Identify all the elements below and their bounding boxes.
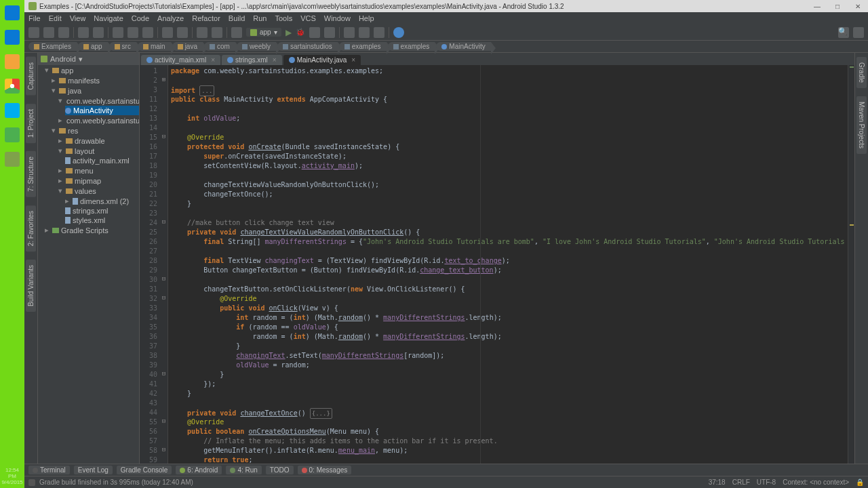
tool-todo[interactable]: TODO	[266, 466, 294, 474]
app-icon[interactable]	[5, 127, 20, 142]
avd-icon[interactable]	[344, 27, 355, 38]
fwd-icon[interactable]	[212, 27, 222, 38]
menu-run[interactable]: Run	[253, 14, 267, 22]
tree-item[interactable]: ▾java	[52, 85, 139, 96]
menu-view[interactable]: View	[70, 14, 86, 22]
crumb[interactable]: java	[172, 42, 203, 51]
help-icon[interactable]	[393, 27, 404, 38]
tree-item[interactable]: activity_main.xml	[65, 156, 139, 165]
maximize-button[interactable]: □	[827, 0, 848, 12]
tree-item[interactable]: ▾res	[52, 125, 139, 136]
crumb[interactable]: examples	[339, 42, 387, 51]
crumb[interactable]: src	[109, 42, 136, 51]
find-icon[interactable]	[162, 27, 173, 38]
close-icon[interactable]: ×	[351, 56, 355, 64]
android-studio-icon[interactable]	[5, 152, 20, 167]
menu-build[interactable]: Build	[229, 14, 245, 22]
ddms-icon[interactable]	[374, 27, 384, 38]
undo-icon[interactable]	[78, 27, 89, 38]
line-number-gutter[interactable]: 1231112131415161718192021222324252627282…	[140, 65, 160, 464]
task-icon[interactable]	[5, 30, 20, 45]
crumb[interactable]: MainActivity	[436, 42, 490, 51]
replace-icon[interactable]	[177, 27, 188, 38]
title-bar[interactable]: Examples - [C:\AndroidStudioProjects\Tut…	[24, 0, 868, 12]
tree-item[interactable]: styles.xml	[65, 216, 139, 225]
line-separator[interactable]: CRLF	[732, 479, 750, 486]
tool-run[interactable]: 4: Run	[226, 466, 261, 474]
explorer-icon[interactable]	[5, 54, 20, 69]
copy-icon[interactable]	[127, 27, 138, 38]
menu-file[interactable]: File	[28, 14, 41, 22]
make-icon[interactable]	[231, 27, 242, 38]
context-dropdown[interactable]: Context: <no context>	[783, 479, 849, 486]
search-everywhere-icon[interactable]: 🔍	[838, 27, 849, 38]
file-encoding[interactable]: UTF-8	[757, 479, 776, 486]
tree-item[interactable]: ▾layout	[58, 146, 139, 156]
crumb[interactable]: sartainstudios	[277, 42, 338, 51]
close-button[interactable]: ✕	[848, 0, 868, 12]
tree-item[interactable]: ▸menu	[58, 165, 139, 176]
tree-item[interactable]: strings.xml	[65, 206, 139, 216]
tree-item[interactable]: ▸dimens.xml (2)	[65, 196, 139, 206]
save-icon[interactable]	[43, 27, 54, 38]
crumb[interactable]: app	[78, 42, 108, 51]
crumb[interactable]: com	[204, 42, 235, 51]
menu-analyze[interactable]: Analyze	[157, 14, 184, 22]
tree-item[interactable]: ▾app	[45, 65, 139, 75]
cut-icon[interactable]	[113, 27, 123, 38]
tree-item-selected[interactable]: MainActivity	[65, 106, 139, 115]
menu-help[interactable]: Help	[359, 14, 374, 22]
fold-gutter[interactable]: ⊞⊟⊟⊟⊟⊟⊟⊟⊟	[160, 65, 168, 464]
taskbar-clock[interactable]: 12:54 PM 9/4/2015	[1, 467, 23, 485]
settings-icon[interactable]	[853, 27, 864, 38]
tool-gradle[interactable]: Gradle	[856, 57, 867, 88]
tool-messages[interactable]: 0: Messages	[298, 466, 352, 474]
crumb[interactable]: main	[138, 42, 171, 51]
error-stripe[interactable]	[848, 65, 854, 464]
tool-android[interactable]: 6: Android	[176, 466, 222, 474]
editor-tab[interactable]: activity_main.xml×	[141, 55, 220, 65]
chrome-icon[interactable]	[5, 79, 20, 94]
back-icon[interactable]	[197, 27, 208, 38]
crumb[interactable]: examples	[388, 42, 435, 51]
tool-captures[interactable]: Captures	[26, 57, 36, 96]
tree-item[interactable]: ▾com.weebly.sartainstudios	[58, 96, 139, 106]
menu-edit[interactable]: Edit	[49, 14, 62, 22]
tool-build-variants[interactable]: Build Variants	[26, 260, 36, 312]
crumb[interactable]: Examples	[28, 42, 77, 51]
tool-project[interactable]: 1: Project	[26, 104, 36, 143]
tool-event-log[interactable]: Event Log	[74, 466, 113, 474]
steam-icon[interactable]	[5, 103, 20, 118]
tool-maven[interactable]: Maven Projects	[856, 96, 867, 154]
tree-item[interactable]: ▸drawable	[58, 136, 139, 146]
menu-vcs[interactable]: VCS	[300, 14, 316, 22]
minimize-button[interactable]: —	[807, 0, 827, 12]
tree-item[interactable]: ▸Gradle Scripts	[45, 225, 139, 235]
open-icon[interactable]	[28, 27, 39, 38]
run-configuration[interactable]: app▾	[246, 28, 281, 37]
tool-windows-icon[interactable]	[28, 479, 35, 486]
editor-tab[interactable]: strings.xml×	[222, 55, 282, 65]
menu-code[interactable]: Code	[132, 14, 149, 22]
menu-refactor[interactable]: Refactor	[192, 14, 220, 22]
menu-window[interactable]: Window	[324, 14, 351, 22]
menu-tools[interactable]: Tools	[275, 14, 292, 22]
lock-icon[interactable]: 🔒	[856, 479, 864, 486]
tree-item[interactable]: ▸com.weebly.sartainstudios	[58, 115, 139, 125]
run-button[interactable]: ▶	[285, 28, 292, 37]
stop-icon[interactable]	[324, 27, 335, 38]
tree-item[interactable]: ▾values	[58, 186, 139, 196]
redo-icon[interactable]	[93, 27, 104, 38]
code-area[interactable]: package com.weebly.sartainstudios.exampl…	[168, 65, 854, 464]
crumb[interactable]: weebly	[237, 42, 276, 51]
editor-tab-active[interactable]: MainActivity.java×	[283, 55, 361, 65]
close-icon[interactable]: ×	[273, 56, 277, 64]
close-icon[interactable]: ×	[211, 56, 215, 64]
tree-header[interactable]: Android ▾	[38, 53, 139, 65]
tree-item[interactable]: ▸mipmap	[58, 176, 139, 186]
sdk-icon[interactable]	[359, 27, 370, 38]
tool-gradle-console[interactable]: Gradle Console	[117, 466, 172, 474]
start-icon[interactable]	[5, 5, 20, 20]
tree-item[interactable]: ▸manifests	[52, 75, 139, 85]
sync-icon[interactable]	[58, 27, 69, 38]
